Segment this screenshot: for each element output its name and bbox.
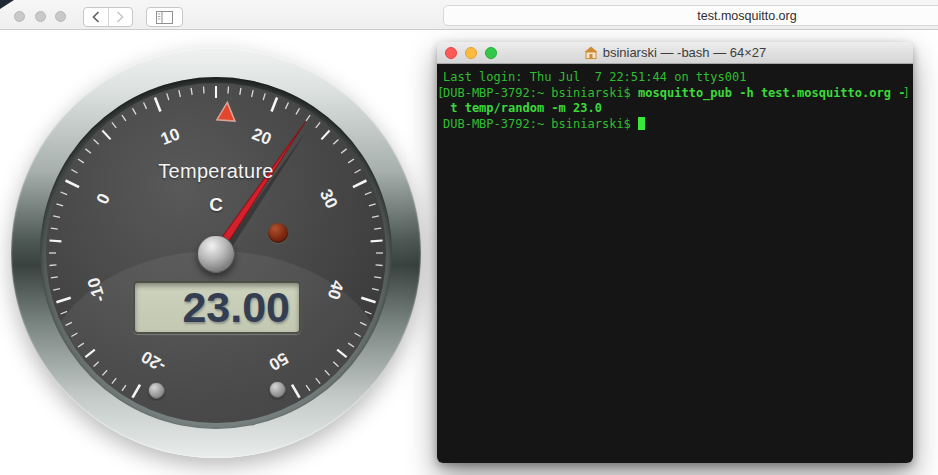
screw-icon — [269, 381, 286, 398]
terminal-text: DUB-MBP-3792:~ bsiniarski$ — [443, 86, 638, 100]
screenshot-stage: test.mosquitto.org -20-1001020304050 Tem… — [0, 0, 938, 475]
gauge-tick — [49, 265, 56, 266]
terminal-text: mosquitto_pub -h test.mosquitto.org - — [638, 86, 905, 100]
terminal-title: bsiniarski — -bash — 64×27 — [584, 45, 767, 60]
terminal-cursor — [638, 117, 645, 130]
mark-open-bracket: [ — [437, 86, 444, 102]
gauge-tick — [371, 241, 383, 242]
sidebar-icon — [156, 11, 173, 24]
gauge-tick — [49, 241, 61, 242]
gauge-title: Temperature — [11, 160, 421, 183]
window-close-button[interactable] — [14, 11, 25, 22]
chevron-right-icon — [116, 11, 124, 23]
terminal-line: t temp/random -m 23.0 — [443, 101, 907, 117]
needle-hub — [197, 235, 235, 273]
window-minimize-button[interactable] — [35, 11, 46, 22]
back-button[interactable] — [84, 8, 109, 26]
terminal-text: DUB-MBP-3792:~ bsiniarski$ — [443, 117, 638, 131]
forward-button[interactable] — [109, 8, 133, 26]
lcd-display: 23.00 — [133, 281, 301, 334]
gauge-tick — [228, 86, 229, 93]
address-text: test.mosquitto.org — [697, 9, 796, 23]
home-folder-icon — [584, 46, 598, 59]
terminal-body[interactable]: Last login: Thu Jul 7 22:51:44 on ttys00… — [437, 64, 913, 463]
gauge-tick — [376, 265, 383, 266]
status-led — [268, 223, 288, 243]
terminal-close-button[interactable] — [445, 47, 457, 59]
chevron-left-icon — [92, 11, 100, 23]
corner-artifact — [0, 0, 14, 9]
window-zoom-button[interactable] — [55, 11, 66, 22]
gauge-unit: C — [11, 194, 421, 216]
terminal-window: bsiniarski — -bash — 64×27 Last login: T… — [437, 42, 913, 463]
browser-toolbar: test.mosquitto.org — [0, 0, 938, 30]
terminal-minimize-button[interactable] — [465, 47, 477, 59]
nav-button-group — [83, 7, 133, 27]
screw-icon — [148, 382, 165, 399]
terminal-line: [DUB-MBP-3792:~ bsiniarski$ mosquitto_pu… — [443, 86, 907, 102]
lcd-value: 23.00 — [182, 286, 299, 329]
temperature-gauge: -20-1001020304050 Temperature C 23.00 — [11, 48, 421, 458]
terminal-text: t temp/random -m 23.0 — [443, 101, 602, 115]
address-bar[interactable]: test.mosquitto.org — [443, 5, 938, 26]
sidebar-toggle-button[interactable] — [146, 7, 183, 27]
gauge-tick — [204, 86, 205, 93]
terminal-line: DUB-MBP-3792:~ bsiniarski$ — [443, 117, 907, 133]
terminal-text: Last login: Thu Jul 7 22:51:44 on ttys00… — [443, 70, 746, 84]
terminal-line: Last login: Thu Jul 7 22:51:44 on ttys00… — [443, 70, 907, 86]
terminal-titlebar[interactable]: bsiniarski — -bash — 64×27 — [437, 42, 913, 64]
terminal-title-text: bsiniarski — -bash — 64×27 — [603, 45, 767, 60]
mark-close-bracket: ] — [903, 86, 910, 102]
terminal-zoom-button[interactable] — [485, 47, 497, 59]
